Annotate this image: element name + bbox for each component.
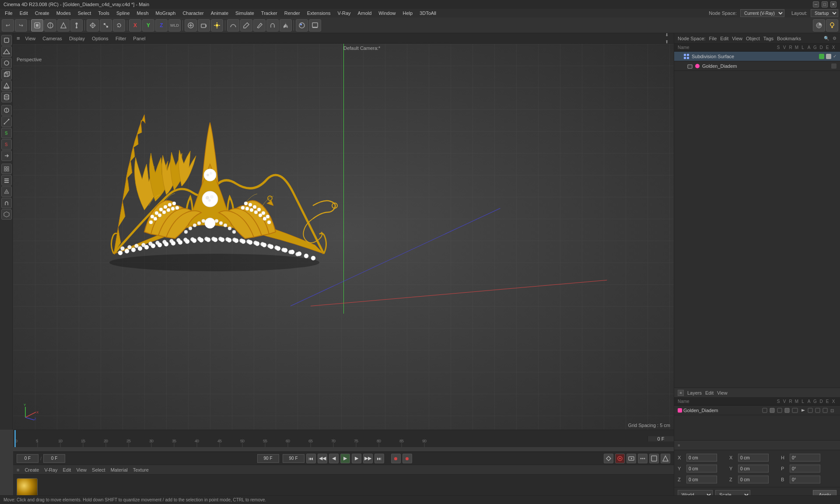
filter-menu-btn[interactable]: Filter bbox=[114, 36, 128, 41]
mat-vray-btn[interactable]: V-Ray bbox=[44, 467, 57, 472]
mat-texture-btn[interactable]: Texture bbox=[133, 467, 149, 472]
panel-menu-btn[interactable]: Panel bbox=[131, 36, 147, 41]
go-start-button[interactable]: ⏮ bbox=[306, 454, 316, 463]
end-frame-2[interactable] bbox=[283, 454, 304, 463]
y-pos-input[interactable] bbox=[686, 465, 717, 472]
extra-btn-2[interactable] bbox=[661, 454, 670, 463]
left-tool-2[interactable] bbox=[1, 46, 12, 57]
left-tool-4[interactable] bbox=[1, 69, 12, 80]
left-tool-7[interactable] bbox=[1, 105, 12, 116]
x-pos-input[interactable] bbox=[686, 454, 717, 462]
obj-row-subdivision[interactable]: Subdivision Surface ✓ bbox=[674, 52, 840, 61]
z-axis-button[interactable]: Z bbox=[155, 19, 168, 32]
scale-tool-button[interactable] bbox=[100, 19, 112, 32]
render-view-button[interactable] bbox=[309, 19, 321, 32]
menu-mesh[interactable]: Mesh bbox=[134, 10, 152, 17]
joint-mode-button[interactable] bbox=[70, 19, 83, 32]
obj-icon-filter[interactable]: ⚙ bbox=[833, 36, 836, 41]
menu-arnold[interactable]: Arnold bbox=[355, 10, 375, 17]
mat-edit-btn[interactable]: Edit bbox=[63, 467, 71, 472]
y-axis-button[interactable]: Y bbox=[142, 19, 154, 32]
menu-file[interactable]: File bbox=[2, 10, 16, 17]
left-tool-12[interactable] bbox=[1, 164, 12, 174]
end-frame-input[interactable] bbox=[257, 454, 279, 463]
obj-mgr-edit[interactable]: Edit bbox=[720, 36, 728, 41]
menu-create[interactable]: Create bbox=[32, 10, 52, 17]
viewport[interactable]: ≡ View Cameras Display Options Filter Pa… bbox=[13, 33, 674, 430]
rotate-tool-button[interactable] bbox=[113, 19, 125, 32]
go-end-button[interactable]: ⏭ bbox=[374, 454, 384, 463]
obj-mgr-tags[interactable]: Tags bbox=[763, 36, 774, 41]
h-input[interactable] bbox=[790, 454, 820, 462]
layer-render-icon[interactable] bbox=[777, 408, 782, 413]
left-tool-11[interactable] bbox=[1, 150, 12, 161]
layer-row-golden[interactable]: Golden_Diadem ⊡ bbox=[674, 406, 840, 415]
camera-button[interactable] bbox=[198, 19, 210, 32]
layer-anim-icon[interactable] bbox=[800, 408, 805, 413]
menu-animate[interactable]: Animate bbox=[208, 10, 231, 17]
extra-btn-1[interactable] bbox=[649, 454, 659, 463]
menu-3dtool[interactable]: 3DToAll bbox=[416, 10, 439, 17]
model-mode-button[interactable] bbox=[31, 19, 43, 32]
view-menu-btn[interactable]: View bbox=[24, 36, 38, 41]
layer-vis-icon[interactable] bbox=[770, 408, 775, 413]
scene-area[interactable]: Perspective Default Camera:* bbox=[13, 44, 674, 430]
obj-mgr-object[interactable]: Object bbox=[746, 36, 760, 41]
world-space-button[interactable]: WLD bbox=[168, 19, 181, 32]
x-rot-input[interactable] bbox=[738, 454, 769, 462]
menu-render[interactable]: Render bbox=[281, 10, 303, 17]
menu-modes[interactable]: Modes bbox=[53, 10, 74, 17]
prev-frame-button[interactable]: ◀ bbox=[329, 454, 339, 463]
left-tool-3[interactable] bbox=[1, 58, 12, 68]
layout-select[interactable]: Startup bbox=[811, 9, 838, 17]
autokey-button[interactable] bbox=[615, 454, 625, 463]
motion-mode-btn[interactable] bbox=[604, 454, 613, 463]
mat-view-btn[interactable]: View bbox=[76, 467, 87, 472]
diadem-active-dot[interactable] bbox=[831, 63, 836, 69]
vp-icon-2[interactable]: ⬇ bbox=[663, 33, 670, 38]
layer-extra-icon[interactable]: ⊡ bbox=[830, 408, 836, 413]
p-input[interactable] bbox=[790, 465, 820, 472]
prev-keyframe-button[interactable]: ◀◀ bbox=[318, 454, 327, 463]
left-tool-1[interactable] bbox=[1, 35, 12, 46]
record-auto-button[interactable]: ⏺ bbox=[402, 454, 412, 463]
light-toggle-button[interactable] bbox=[826, 19, 838, 32]
x-axis-button[interactable]: X bbox=[129, 19, 141, 32]
mat-menu-icon[interactable]: ≡ bbox=[17, 467, 19, 472]
menu-select[interactable]: Select bbox=[75, 10, 94, 17]
layer-lock-icon[interactable] bbox=[792, 408, 798, 413]
redo-button[interactable]: ↪ bbox=[15, 19, 27, 32]
left-tool-5[interactable] bbox=[1, 80, 12, 91]
left-tool-10[interactable]: S bbox=[1, 139, 12, 150]
next-keyframe-button[interactable]: ▶▶ bbox=[363, 454, 373, 463]
left-tool-8[interactable] bbox=[1, 116, 12, 127]
cameras-menu-btn[interactable]: Cameras bbox=[41, 36, 64, 41]
knife-tool-button[interactable] bbox=[253, 19, 266, 32]
y-rot-input[interactable] bbox=[738, 465, 769, 472]
menu-tools[interactable]: Tools bbox=[95, 10, 112, 17]
coord-menu-icon[interactable]: ≡ bbox=[678, 443, 680, 448]
left-tool-6[interactable] bbox=[1, 92, 12, 102]
obj-icon-search[interactable]: 🔍 bbox=[824, 36, 829, 41]
play-button[interactable]: ▶ bbox=[340, 454, 350, 463]
frame-field-2[interactable] bbox=[43, 454, 65, 463]
options-menu-btn[interactable]: Options bbox=[90, 36, 110, 41]
layer-g-icon[interactable] bbox=[808, 408, 813, 413]
mat-select-btn[interactable]: Select bbox=[92, 467, 105, 472]
menu-window[interactable]: Window bbox=[375, 10, 399, 17]
layer-e-icon[interactable] bbox=[822, 408, 828, 413]
b-input[interactable] bbox=[790, 476, 820, 483]
viewport-menu-icon[interactable]: ≡ bbox=[17, 35, 20, 42]
node-space-select[interactable]: Current (V-Ray) bbox=[740, 9, 784, 17]
left-tool-14[interactable] bbox=[1, 186, 12, 197]
obj-mgr-view[interactable]: View bbox=[732, 36, 742, 41]
magnet-button[interactable] bbox=[266, 19, 279, 32]
menu-edit[interactable]: Edit bbox=[17, 10, 31, 17]
preview-button[interactable] bbox=[626, 454, 636, 463]
layer-m-icon[interactable] bbox=[784, 408, 790, 413]
layer-d-icon[interactable] bbox=[815, 408, 820, 413]
next-frame-button[interactable]: ▶ bbox=[352, 454, 361, 463]
undo-button[interactable]: ↩ bbox=[2, 19, 14, 32]
light-button[interactable] bbox=[211, 19, 223, 32]
left-tool-16[interactable] bbox=[1, 209, 12, 220]
